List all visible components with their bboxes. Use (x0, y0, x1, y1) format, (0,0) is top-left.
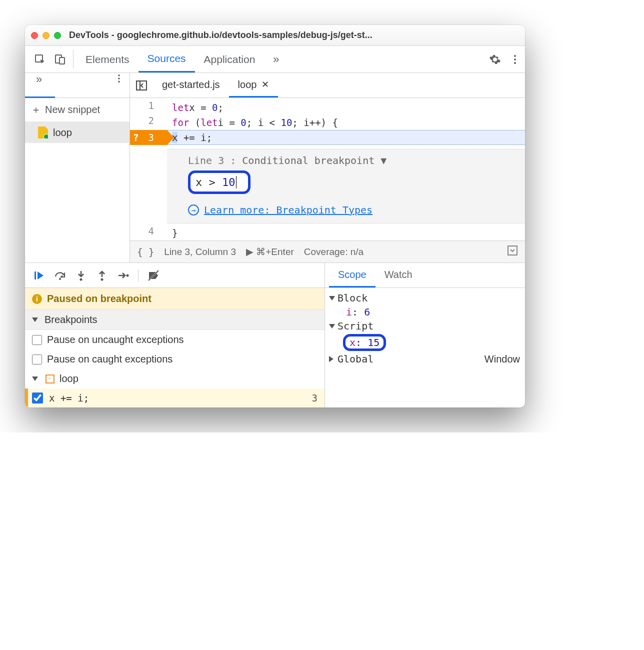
tab-application[interactable]: Application (195, 46, 264, 72)
scope-global-value: Window (484, 354, 520, 365)
titlebar: DevTools - googlechrome.github.io/devtoo… (25, 25, 525, 46)
arrow-right-circle-icon: → (188, 204, 199, 216)
svg-point-7 (118, 78, 120, 80)
inspect-icon[interactable] (30, 46, 50, 72)
tab-elements[interactable]: Elements (76, 46, 138, 72)
snippet-item-loop[interactable]: loop (25, 122, 130, 143)
step-over-button[interactable] (54, 270, 66, 282)
watch-tab[interactable]: Watch (376, 263, 422, 288)
bp-line-label: Line 3 : (188, 154, 236, 166)
step-into-button[interactable] (75, 270, 87, 282)
script-icon (46, 374, 54, 384)
file-tab-label: loop (238, 79, 257, 90)
learn-more-link[interactable]: Learn more: Breakpoint Types (204, 204, 372, 216)
step-out-button[interactable] (96, 270, 108, 282)
breakpoint-marker-line-3[interactable]: ?3 (130, 130, 167, 145)
svg-rect-11 (508, 246, 517, 255)
close-window-button[interactable] (31, 32, 38, 39)
svg-rect-2 (60, 58, 64, 64)
coverage-label: Coverage: n/a (304, 246, 364, 258)
scope-var-i: i: 6 (329, 305, 520, 319)
breakpoints-header[interactable]: Breakpoints (25, 310, 324, 330)
svg-point-8 (118, 80, 120, 82)
svg-point-3 (514, 55, 516, 57)
plus-icon: ＋ (31, 103, 41, 116)
breakpoint-dialog: Line 3 : Conditional breakpoint ▼ x > 10… (167, 149, 525, 224)
svg-point-13 (59, 278, 61, 280)
breakpoint-line-row[interactable]: x += i; 3 (25, 388, 324, 408)
device-toggle-icon[interactable] (50, 46, 70, 72)
more-tabs-chevron-icon[interactable]: » (264, 46, 288, 72)
zoom-window-button[interactable] (54, 32, 61, 39)
sources-main: ＋ New snippet loop 1 2 ?3 let x = 0; for… (25, 98, 525, 262)
deactivate-breakpoints-button[interactable] (148, 270, 160, 282)
line-gutter[interactable]: 1 2 ?3 (130, 98, 167, 224)
breakpoint-enabled-checkbox[interactable] (32, 392, 43, 404)
chevron-down-icon (32, 376, 38, 381)
tab-sources[interactable]: Sources (138, 46, 195, 72)
window-title: DevTools - googlechrome.github.io/devtoo… (69, 30, 372, 40)
paused-banner: i Paused on breakpoint (25, 288, 324, 310)
panel-tabstrip: Elements Sources Application » (25, 46, 525, 73)
resume-button[interactable] (33, 270, 45, 282)
scope-tabstrip: Scope Watch (325, 263, 525, 288)
pause-uncaught-checkbox[interactable]: Pause on uncaught exceptions (25, 330, 324, 350)
bp-condition-input[interactable]: x > 10 (188, 170, 250, 194)
navigator-kebab-icon[interactable] (114, 74, 124, 86)
toggle-navigator-icon[interactable] (130, 73, 153, 98)
code-body[interactable]: let x = 0; for (let i = 0; i < 10; i++) … (167, 98, 525, 224)
bp-type-dropdown[interactable]: Conditional breakpoint ▼ (242, 154, 386, 166)
info-icon: i (32, 294, 42, 304)
snippets-sidebar: ＋ New snippet loop (25, 98, 130, 262)
file-tab-get-started[interactable]: get-started.js (153, 73, 229, 98)
kebab-menu-icon[interactable] (505, 46, 525, 72)
svg-rect-12 (34, 272, 36, 280)
scope-tree: Block i: 6 Script x: 15 Global Window (325, 288, 525, 373)
breakpoints-title: Breakpoints (44, 314, 98, 326)
breakpoint-file-row[interactable]: loop (25, 369, 324, 388)
svg-point-4 (514, 58, 516, 60)
new-snippet-button[interactable]: ＋ New snippet (25, 98, 130, 122)
scope-global[interactable]: Global Window (329, 352, 520, 366)
svg-point-16 (126, 274, 129, 276)
scope-block[interactable]: Block (329, 291, 520, 305)
editor-statusbar: { } Line 3, Column 3 ▶ ⌘+Enter Coverage:… (130, 240, 525, 262)
file-tab-loop[interactable]: loop ✕ (229, 73, 278, 98)
settings-gear-icon[interactable] (485, 46, 505, 72)
scope-script[interactable]: Script (329, 319, 520, 333)
new-snippet-label: New snippet (45, 104, 100, 116)
navigator-chevron-icon[interactable]: » (36, 73, 42, 86)
breakpoint-lineno: 3 (312, 392, 318, 404)
svg-point-6 (118, 74, 120, 76)
breakpoint-file-label: loop (60, 373, 78, 384)
minimize-window-button[interactable] (42, 32, 50, 39)
traffic-lights (31, 32, 61, 39)
debugger-panel: i Paused on breakpoint Breakpoints Pause… (25, 262, 525, 408)
pretty-print-icon[interactable]: { } (137, 246, 154, 258)
devtools-window: DevTools - googlechrome.github.io/devtoo… (25, 25, 525, 408)
code-editor: 1 2 ?3 let x = 0; for (let i = 0; i < 10… (130, 98, 525, 262)
snippet-item-label: loop (53, 127, 72, 138)
breakpoint-code: x += i; (49, 392, 89, 404)
snippet-file-icon (38, 126, 48, 138)
scope-tab[interactable]: Scope (329, 263, 376, 288)
run-hint: ▶ ⌘+Enter (246, 246, 294, 258)
step-button[interactable] (117, 270, 129, 282)
file-tab-label: get-started.js (162, 79, 220, 90)
cursor-position: Line 3, Column 3 (164, 246, 236, 258)
svg-point-15 (101, 278, 104, 280)
svg-point-14 (80, 278, 82, 280)
statusbar-toggle-icon[interactable] (507, 245, 518, 258)
debugger-toolbar (25, 263, 324, 288)
svg-point-5 (514, 62, 516, 64)
paused-label: Paused on breakpoint (47, 293, 152, 304)
pause-caught-checkbox[interactable]: Pause on caught exceptions (25, 350, 324, 369)
sources-toolbar: » get-started.js loop ✕ (25, 73, 525, 98)
scope-var-x: x: 15 (329, 333, 520, 352)
close-tab-icon[interactable]: ✕ (262, 79, 269, 90)
chevron-down-icon (32, 318, 38, 322)
